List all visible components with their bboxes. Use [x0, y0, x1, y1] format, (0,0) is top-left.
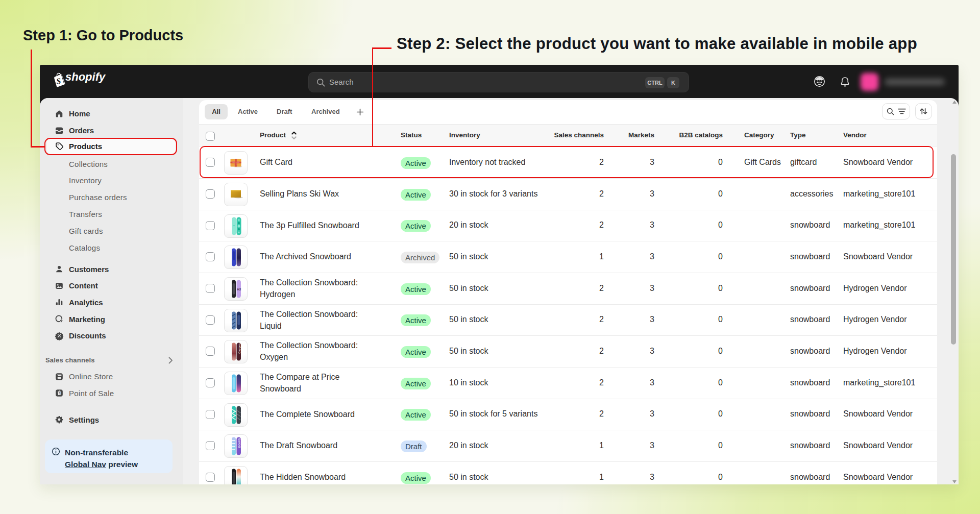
svg-text:BOARD: BOARD [238, 438, 241, 448]
svg-text:H2: H2 [237, 288, 241, 291]
svg-text:Oxygen: Oxygen [238, 343, 241, 354]
